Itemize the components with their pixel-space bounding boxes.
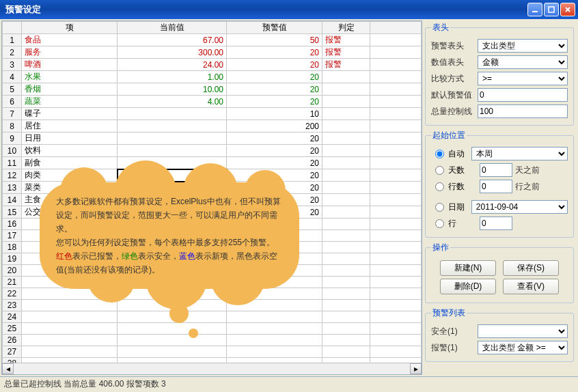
table-row[interactable]: 2服务300.0020报警 [3,46,422,59]
cell-current[interactable] [118,132,227,145]
warn-header-select[interactable]: 支出类型 [478,39,568,53]
cell-item[interactable]: 啤酒 [22,59,118,71]
row-header[interactable]: 21 [3,277,22,288]
row-header[interactable]: 26 [3,335,22,346]
cell-judge[interactable] [322,145,370,157]
table-row[interactable]: 5香烟10.0020 [3,83,422,96]
close-button[interactable] [560,3,575,16]
cell-warn[interactable]: 200 [227,120,322,132]
row-header[interactable]: 4 [3,71,22,83]
table-row[interactable]: 26 [3,335,422,346]
table-row[interactable]: 6蔬菜4.0020 [3,96,422,108]
cell-current[interactable]: 24.00 [118,59,227,71]
cell-item[interactable]: 副食 [22,157,118,169]
row-header[interactable]: 13 [3,182,22,194]
cell-item[interactable]: 服务 [22,46,118,59]
rows-radio[interactable] [435,182,444,191]
cell-current[interactable]: 1.00 [118,71,227,83]
cell-current[interactable] [118,120,227,132]
scroll-right-button[interactable]: ▸ [410,363,422,374]
safe-select[interactable] [478,324,568,338]
value-header-select[interactable]: 金额 [478,55,568,69]
cell-judge[interactable] [322,83,370,96]
cell-warn[interactable]: 20 [227,71,322,83]
date-radio[interactable] [435,203,444,212]
cell-item[interactable]: 香烟 [22,83,118,96]
delete-button[interactable]: 删除(D) [440,279,496,294]
row-header[interactable]: 24 [3,311,22,323]
date-select[interactable]: 2011-09-04 [471,200,568,214]
cell-item[interactable]: 蔬菜 [22,96,118,108]
cell-item[interactable]: 居住 [22,120,118,132]
table-row[interactable]: 28 [3,358,422,363]
cell-judge[interactable] [322,182,370,194]
table-row[interactable]: 9日用20 [3,132,422,145]
row-header[interactable]: 3 [3,59,22,71]
table-row[interactable]: 22 [3,288,422,300]
cell-judge[interactable] [322,194,370,206]
auto-select[interactable]: 本周 [471,147,568,160]
table-row[interactable]: 3啤酒24.0020报警 [3,59,422,71]
row-header[interactable]: 8 [3,120,22,132]
table-row[interactable]: 8居住200 [3,120,422,132]
cell-warn[interactable]: 20 [227,46,322,59]
cell-warn[interactable]: 20 [227,59,322,71]
col-current[interactable]: 当前值 [118,22,227,34]
table-row[interactable]: 27 [3,346,422,358]
cell-item[interactable]: 日用 [22,132,118,145]
row-header[interactable]: 19 [3,253,22,265]
table-row[interactable]: 25 [3,323,422,335]
cell-judge[interactable]: 报警 [322,34,370,46]
row-header[interactable]: 12 [3,169,22,182]
table-row[interactable]: 7碟子10 [3,108,422,120]
horizontal-scrollbar[interactable]: ◂ ▸ [2,363,422,374]
cell-current[interactable] [118,145,227,157]
row-header[interactable]: 15 [3,206,22,219]
row-header[interactable]: 14 [3,194,22,206]
cell-judge[interactable] [322,206,370,219]
maximize-button[interactable] [544,3,559,16]
row-header[interactable]: 28 [3,358,22,363]
days-input[interactable] [480,163,512,177]
cell-judge[interactable]: 报警 [322,46,370,59]
cell-item[interactable]: 水果 [22,71,118,83]
row-header[interactable]: 2 [3,46,22,59]
row-header[interactable]: 20 [3,265,22,277]
new-button[interactable]: 新建(N) [440,260,496,276]
cell-current[interactable]: 67.00 [118,34,227,46]
cell-item[interactable]: 饮料 [22,145,118,157]
table-row[interactable]: 4水果1.0020 [3,71,422,83]
cell-warn[interactable]: 20 [227,83,322,96]
row-header[interactable]: 23 [3,300,22,311]
rows-input[interactable] [480,180,512,193]
cell-judge[interactable] [322,157,370,169]
row-header[interactable]: 11 [3,157,22,169]
cell-current[interactable]: 10.00 [118,83,227,96]
cell-item[interactable]: 食品 [22,34,118,46]
row-header[interactable]: 7 [3,108,22,120]
row-header[interactable]: 6 [3,96,22,108]
view-button[interactable]: 查看(V) [503,279,559,294]
cell-current[interactable]: 4.00 [118,96,227,108]
default-warn-input[interactable] [478,88,568,102]
col-item[interactable]: 项 [22,22,118,34]
cell-warn[interactable]: 50 [227,34,322,46]
cell-judge[interactable] [322,71,370,83]
table-row[interactable]: 10饮料20 [3,145,422,157]
cell-warn[interactable]: 20 [227,157,322,169]
row-input[interactable] [480,216,512,230]
cell-warn[interactable]: 10 [227,108,322,120]
cell-warn[interactable]: 20 [227,96,322,108]
cell-warn[interactable]: 20 [227,145,322,157]
row-header[interactable]: 18 [3,242,22,253]
days-radio[interactable] [435,166,444,175]
table-row[interactable]: 1食品67.0050报警 [3,34,422,46]
cell-warn[interactable]: 20 [227,132,322,145]
row-radio[interactable] [435,219,444,228]
col-judge[interactable]: 判定 [322,22,370,34]
row-header[interactable]: 17 [3,230,22,242]
table-row[interactable]: 23 [3,300,422,311]
alarm-select[interactable]: 支出类型 金额 >= [478,341,568,354]
save-button[interactable]: 保存(S) [503,260,559,276]
cell-judge[interactable] [322,132,370,145]
